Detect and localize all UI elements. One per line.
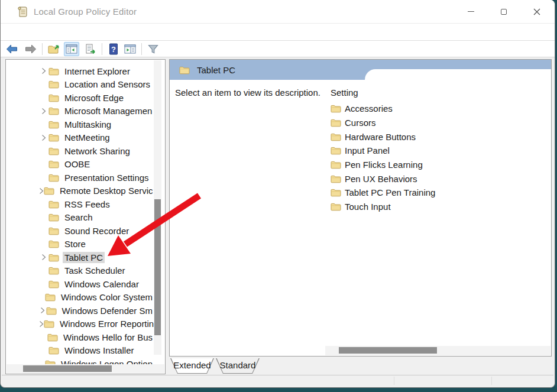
folder-icon [45,359,56,364]
tree-item[interactable]: Windows Calendar [6,277,154,291]
chevron-right-icon[interactable] [39,214,48,221]
status-bar-separator [491,377,492,385]
up-one-level-button[interactable] [47,42,60,56]
folder-icon [48,213,59,222]
view-tab[interactable]: Standard [216,358,260,374]
chevron-right-icon[interactable] [39,241,48,248]
chevron-right-icon[interactable] [39,187,44,195]
tree-item[interactable]: RSS Feeds [6,197,154,211]
chevron-right-icon[interactable] [39,174,48,181]
close-button[interactable] [520,0,553,23]
setting-item[interactable]: Cursors [331,116,435,130]
filter-button[interactable] [147,42,160,56]
tab-label: Standard [216,358,260,374]
tree-item[interactable]: Task Scheduler [6,264,154,278]
scrollbar-thumb[interactable] [23,365,112,372]
chevron-right-icon[interactable] [39,108,48,115]
setting-column-header[interactable]: Setting [331,88,435,99]
setting-item[interactable]: Pen UX Behaviors [331,171,435,186]
scrollbar-thumb[interactable] [339,347,437,354]
tree-item[interactable]: Windows Logon Option [6,357,154,364]
chevron-right-icon[interactable] [39,294,45,301]
minimize-button[interactable] [454,0,487,23]
tree-item[interactable]: Search [6,211,154,225]
tree-item-label: Location and Sensors [63,79,152,90]
chevron-right-icon[interactable] [39,227,48,234]
tree-item[interactable]: Sound Recorder [6,224,154,238]
folder-icon [331,188,341,197]
tree-item[interactable]: Windows Color System [6,291,154,304]
folder-icon [331,146,341,155]
forward-button[interactable] [24,42,37,56]
chevron-right-icon[interactable] [39,121,48,128]
tree-item[interactable]: Network Sharing [6,144,154,158]
tree-item[interactable]: Windows Installer [6,344,154,358]
chevron-right-icon[interactable] [39,360,45,364]
tree-vertical-scrollbar[interactable] [154,60,161,355]
tree-horizontal-scrollbar[interactable] [7,364,164,373]
tree-item[interactable]: Windows Error Reportin [6,318,154,331]
chevron-right-icon[interactable] [39,94,48,101]
tree-item[interactable]: Internet Explorer [6,64,154,78]
chevron-right-icon[interactable] [39,200,48,208]
show-properties-button[interactable] [124,42,137,56]
tree-item-label: Windows Color System [59,291,154,303]
folder-icon [48,346,59,355]
setting-item-label: Accessories [345,103,393,114]
setting-item[interactable]: Pen Flicks Learning [331,158,435,172]
chevron-right-icon[interactable] [39,347,48,354]
export-list-button[interactable] [84,42,97,56]
chevron-right-icon[interactable] [39,280,48,287]
tree-item[interactable]: Microsoft Edge [6,91,154,105]
show-console-tree-button[interactable] [64,42,79,56]
tree-item[interactable]: Presentation Settings [6,171,154,184]
tree-item-label: Microsoft Edge [63,92,125,103]
setting-item[interactable]: Tablet PC Pen Training [331,186,435,200]
chevron-right-icon[interactable] [39,81,48,88]
folder-icon [48,173,59,182]
tree-item[interactable]: Store [6,238,154,251]
tree-item[interactable]: NetMeeting [6,131,154,145]
tree-item[interactable]: Microsoft Managemen [6,105,154,118]
title-bar[interactable]: Local Group Policy Editor [1,0,555,24]
chevron-right-icon[interactable] [39,254,48,261]
chevron-right-icon[interactable] [39,320,44,328]
tree-item[interactable]: OOBE [6,158,154,171]
folder-icon [48,266,59,275]
chevron-right-icon[interactable] [39,161,48,168]
setting-item[interactable]: Accessories [331,102,435,116]
filter-funnel-icon [147,44,159,54]
chevron-right-icon[interactable] [39,267,48,274]
view-tab[interactable]: Extended [170,358,214,374]
setting-item-label: Tablet PC Pen Training [345,187,435,197]
details-horizontal-scrollbar[interactable] [325,346,550,355]
chevron-right-icon[interactable] [39,307,46,314]
menu-bar [1,24,555,41]
tree-item[interactable]: Tablet PC [6,251,154,264]
console-tree-panel: Internet Explorer Location and Sensors [5,59,166,374]
scrollbar-thumb[interactable] [154,199,161,335]
tree-item[interactable]: Multitasking [6,118,154,131]
console-tree-icon [66,44,77,54]
tree-item[interactable]: Windows Defender Sm [6,304,154,318]
tree-item[interactable]: Location and Sensors [6,78,154,92]
back-button[interactable] [5,42,18,56]
tree-item-label: Sound Recorder [63,225,131,237]
chevron-right-icon[interactable] [39,67,48,74]
help-button[interactable]: ? [107,42,120,56]
chevron-right-icon[interactable] [39,333,47,341]
tree-item-label: Multitasking [63,119,113,130]
toolbar-separator [42,43,43,55]
chevron-right-icon[interactable] [39,147,48,154]
setting-item[interactable]: Hardware Buttons [331,129,435,144]
setting-item[interactable]: Touch Input [331,200,435,214]
tree-item[interactable]: Remote Desktop Servic [6,184,154,198]
tab-label: Extended [170,358,214,374]
maximize-button[interactable] [487,0,520,23]
folder-icon [48,226,59,235]
chevron-right-icon[interactable] [39,134,48,141]
svg-text:?: ? [111,45,116,54]
folder-icon [48,200,59,209]
tree-item[interactable]: Windows Hello for Bus [6,331,154,344]
setting-item[interactable]: Input Panel [331,144,435,158]
